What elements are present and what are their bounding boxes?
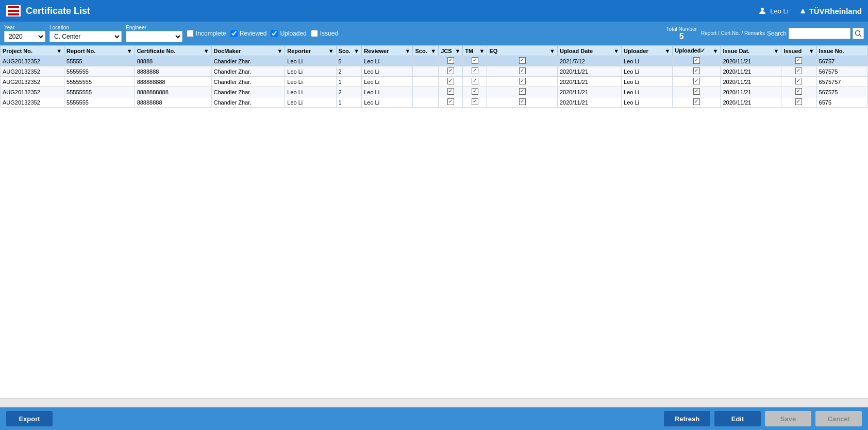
issued-cb[interactable] (781, 56, 816, 66)
jcs-cb[interactable] (439, 66, 463, 77)
tm-cb[interactable] (463, 87, 487, 97)
eq-cb[interactable] (487, 97, 558, 108)
issued-cb[interactable] (781, 87, 816, 97)
col-header-docmaker[interactable]: DocMaker▼ (211, 46, 285, 56)
col-header-reviewer[interactable]: Reviewer▼ (362, 46, 413, 56)
col-header-cert[interactable]: Certificate No.▼ (135, 46, 211, 56)
user-name: Leo Li (770, 7, 788, 15)
jcs-cb-cb[interactable] (447, 57, 454, 64)
tm-cb-cb[interactable] (472, 67, 478, 74)
tm-cb[interactable] (463, 56, 487, 66)
eq-cb-cb[interactable] (519, 57, 526, 64)
tm-cb-cb[interactable] (472, 78, 478, 84)
tm-cb[interactable] (463, 97, 487, 108)
cell-upload-date: 2020/11/21 (557, 66, 621, 77)
jcs-cb[interactable] (439, 97, 463, 108)
col-header-score1[interactable]: Sco.▼ (336, 46, 362, 56)
save-button[interactable]: Save (765, 411, 811, 426)
eq-cb-cb[interactable] (519, 78, 526, 84)
tm-cb[interactable] (463, 66, 487, 77)
col-header-score2[interactable]: Sco.▼ (413, 46, 439, 56)
table-row[interactable]: AUG2013235255555558888888Chandler Zhar.L… (1, 66, 868, 77)
issued-cb[interactable] (781, 66, 816, 77)
issued-cb-cb[interactable] (795, 88, 802, 95)
issued-cb-cb[interactable] (795, 78, 802, 84)
uploaded-cb-cb[interactable] (693, 57, 700, 64)
tm-cb-cb[interactable] (472, 98, 478, 105)
uploaded-cb[interactable] (673, 66, 721, 77)
refresh-button[interactable]: Refresh (664, 411, 710, 426)
col-header-issued[interactable]: Issued▼ (781, 46, 816, 56)
eq-cb[interactable] (487, 56, 558, 66)
engineer-select[interactable] (126, 31, 182, 42)
table-row[interactable]: AUG20132352555555558888888888Chandler Zh… (1, 87, 868, 97)
year-select[interactable]: 2020 2021 2019 (4, 31, 45, 42)
uploaded-cb[interactable] (673, 87, 721, 97)
col-header-uploaded[interactable]: Uploaded✓▼ (673, 46, 721, 56)
reviewed-checkbox-group[interactable]: Reviewed (230, 30, 267, 37)
col-header-report[interactable]: Report No.▼ (64, 46, 135, 56)
search-button[interactable] (853, 28, 864, 39)
table-row[interactable]: AUG20132352555555588888888Chandler Zhar.… (1, 97, 868, 108)
col-header-eq[interactable]: EQ▼ (487, 46, 558, 56)
uploaded-cb[interactable] (673, 56, 721, 66)
table-row[interactable]: AUG201323525555588888Chandler Zhar.Leo L… (1, 56, 868, 66)
jcs-cb-cb[interactable] (447, 98, 454, 105)
table-row[interactable]: AUG2013235255555555888888888Chandler Zha… (1, 77, 868, 87)
eq-cb[interactable] (487, 77, 558, 87)
issued-cb-cb[interactable] (795, 57, 802, 64)
horizontal-scrollbar[interactable] (0, 398, 868, 407)
cell-upload-date: 2021/7/12 (557, 56, 621, 66)
eq-cb-cb[interactable] (519, 88, 526, 95)
issued-cb-cb[interactable] (795, 98, 802, 105)
uploaded-cb-cb[interactable] (693, 98, 700, 105)
cancel-button[interactable]: Cancel (815, 411, 862, 426)
col-header-tm[interactable]: TM▼ (463, 46, 487, 56)
uploaded-checkbox[interactable] (271, 30, 278, 37)
edit-button[interactable]: Edit (714, 411, 761, 426)
jcs-cb-cb[interactable] (447, 67, 454, 74)
uploaded-cb-cb[interactable] (693, 88, 700, 95)
jcs-cb-cb[interactable] (447, 88, 454, 95)
location-select[interactable]: C. Center North South (49, 31, 122, 42)
cell-issue-date: 2020/11/21 (721, 87, 781, 97)
issued-cb[interactable] (781, 77, 816, 87)
col-header-uploaddate[interactable]: Upload Date▼ (557, 46, 621, 56)
issued-cb[interactable] (781, 97, 816, 108)
issued-cb-cb[interactable] (795, 67, 802, 74)
issued-checkbox-group[interactable]: Issued (311, 30, 338, 37)
col-header-jcs[interactable]: JCS▼ (439, 46, 463, 56)
col-header-reporter[interactable]: Reporter▼ (285, 46, 336, 56)
reviewed-checkbox[interactable] (230, 30, 238, 37)
eq-cb-cb[interactable] (519, 67, 526, 74)
search-icon (855, 30, 862, 37)
jcs-cb-cb[interactable] (447, 78, 454, 84)
uploaded-cb-cb[interactable] (693, 67, 700, 74)
issued-checkbox[interactable] (311, 30, 318, 37)
tm-cb[interactable] (463, 77, 487, 87)
tm-cb-cb[interactable] (472, 57, 478, 64)
svg-point-4 (856, 31, 860, 36)
col-header-issueno[interactable]: Issue No. (816, 46, 867, 56)
jcs-cb[interactable] (439, 56, 463, 66)
col-header-project[interactable]: Project No.▼ (1, 46, 64, 56)
cell-uploader: Leo Li (622, 97, 673, 108)
col-header-issuedate[interactable]: Issue Dat.▼ (721, 46, 781, 56)
incomplete-checkbox-group[interactable]: Incomplete (187, 30, 226, 37)
jcs-cb[interactable] (439, 77, 463, 87)
jcs-cb[interactable] (439, 87, 463, 97)
footer-left-buttons: Export (6, 411, 53, 426)
uploaded-cb[interactable] (673, 97, 721, 108)
incomplete-checkbox[interactable] (187, 30, 194, 37)
eq-cb[interactable] (487, 66, 558, 77)
eq-cb-cb[interactable] (519, 98, 526, 105)
cell-project-no: AUG20132352 (1, 66, 64, 77)
eq-cb[interactable] (487, 87, 558, 97)
uploaded-cb[interactable] (673, 77, 721, 87)
search-input[interactable] (789, 28, 850, 39)
col-header-uploader[interactable]: Uploader▼ (622, 46, 673, 56)
uploaded-checkbox-group[interactable]: Uploaded (271, 30, 306, 37)
export-button[interactable]: Export (6, 411, 53, 426)
tm-cb-cb[interactable] (472, 88, 478, 95)
uploaded-cb-cb[interactable] (693, 78, 700, 84)
